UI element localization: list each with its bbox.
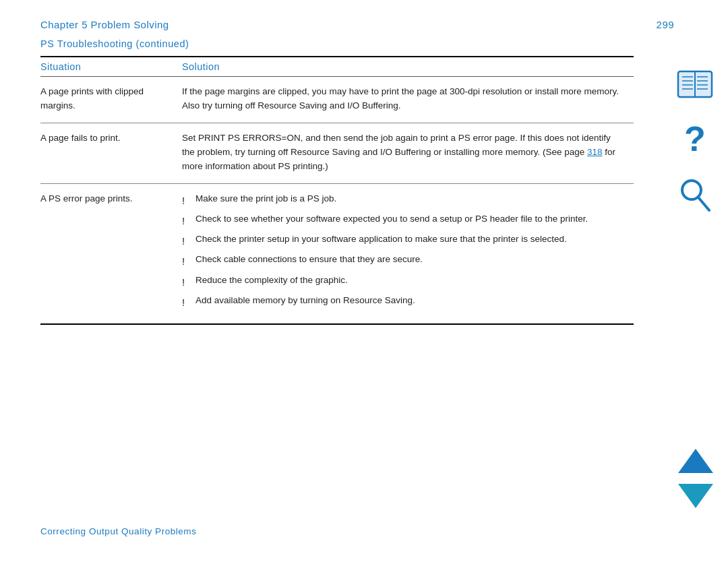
table-header: Situation Solution xyxy=(40,57,634,77)
down-arrow-icon[interactable] xyxy=(678,484,713,508)
magnify-icon[interactable] xyxy=(679,177,710,214)
bullet-mark: ! xyxy=(182,294,190,310)
situation-3: A PS error page prints. xyxy=(40,183,182,324)
up-arrow-icon[interactable] xyxy=(678,449,713,473)
col-situation: Situation xyxy=(40,57,182,77)
solution-3: ! Make sure the print job is a PS job. !… xyxy=(182,183,634,324)
bullet-mark: ! xyxy=(182,233,190,249)
solution-1: If the page margins are clipped, you may… xyxy=(182,77,634,123)
question-icon[interactable]: ? xyxy=(681,120,709,158)
bullet-mark: ! xyxy=(182,274,190,290)
list-item: ! Make sure the print job is a PS job. xyxy=(182,192,626,208)
nav-arrows xyxy=(678,449,713,508)
svg-text:?: ? xyxy=(684,120,706,158)
list-item: ! Add available memory by turning on Res… xyxy=(182,294,626,310)
table-row: A page prints with clipped margins. If t… xyxy=(40,77,634,123)
list-item: ! Reduce the complexity of the graphic. xyxy=(182,274,626,290)
bullet-mark: ! xyxy=(182,193,190,208)
situation-2: A page fails to print. xyxy=(40,123,182,183)
situation-1: A page prints with clipped margins. xyxy=(40,77,182,123)
page-link-318[interactable]: 318 xyxy=(587,147,603,157)
list-item: ! Check cable connections to ensure that… xyxy=(182,253,626,269)
bullet-mark: ! xyxy=(182,213,190,228)
bullet-list: ! Make sure the print job is a PS job. !… xyxy=(182,192,626,311)
header-row: Chapter 5 Problem Solving 299 xyxy=(40,19,674,30)
book-icon[interactable] xyxy=(675,67,715,101)
footer-link[interactable]: Correcting Output Quality Problems xyxy=(40,526,196,536)
solution-2: Set PRINT PS ERRORS=ON, and then send th… xyxy=(182,123,634,183)
bullet-mark: ! xyxy=(182,253,190,269)
chapter-header: Chapter 5 Problem Solving xyxy=(40,19,169,30)
section-title: PS Troubleshooting (continued) xyxy=(40,38,674,49)
sidebar-icons: ? xyxy=(675,67,715,214)
page-number: 299 xyxy=(657,19,674,30)
main-content: Chapter 5 Problem Solving 299 PS Trouble… xyxy=(40,19,674,325)
list-item: ! Check the printer setup in your softwa… xyxy=(182,232,626,249)
troubleshooting-table: Situation Solution A page prints with cl… xyxy=(40,56,634,325)
svg-line-13 xyxy=(698,197,709,210)
table-row: A PS error page prints. ! Make sure the … xyxy=(40,183,634,324)
list-item: ! Check to see whether your software exp… xyxy=(182,212,626,228)
col-solution: Solution xyxy=(182,57,634,77)
table-row: A page fails to print. Set PRINT PS ERRO… xyxy=(40,123,634,183)
